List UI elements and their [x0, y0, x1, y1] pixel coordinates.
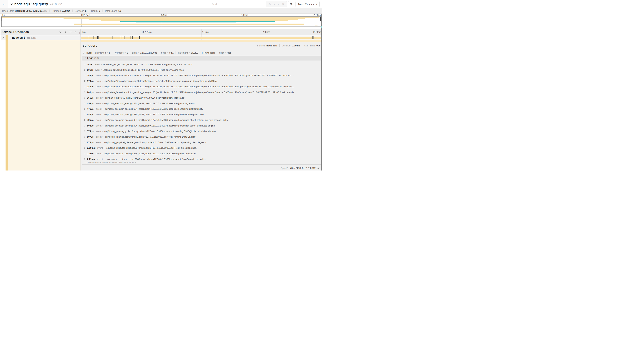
log-entry[interactable]: 366μs:event=‹sql/plan_opt.go:358 [nsql1,… — [84, 95, 320, 101]
span-row-name-column[interactable]: node sql1 sql query — [0, 35, 81, 40]
ruler-tick-4: 2.79ms — [313, 31, 321, 33]
minimap-span — [64, 18, 305, 19]
viewport-right-handle[interactable] — [320, 17, 320, 21]
log-entry[interactable]: 2.79ms:event=‹sql/conn_executor_exec.go:… — [84, 156, 320, 160]
view-selector-button[interactable]: Trace Timeline ∨ — [296, 1, 320, 7]
clear-search-icon[interactable]: ✕ — [282, 3, 284, 5]
ruler-gridline — [262, 29, 262, 35]
log-chevron-right-icon — [84, 91, 86, 93]
detail-title-row: sql query Service:node sql1 Duration:2.7… — [83, 43, 320, 48]
log-chevron-right-icon — [84, 153, 86, 155]
span-detail-panel: sql query Service:node sql1 Duration:2.7… — [81, 40, 322, 171]
summary-services: Services2 — [72, 10, 86, 12]
log-entry[interactable]: 678μs:event=‹sql/distsql_physical_planne… — [84, 140, 320, 145]
log-entry[interactable]: 459μs:event=‹sql/conn_executor_exec.go:6… — [84, 101, 320, 106]
log-entry[interactable]: 597μs:event=‹sql/distsql_running.go:498 … — [84, 134, 320, 140]
timeline-columns-header: Service & Operation || 0μs 697.75μs 1.4m… — [0, 29, 322, 35]
minimap-span — [315, 25, 318, 26]
tags-accordion[interactable]: Tags: _unfinished=1_verbose=1client=127.… — [83, 51, 320, 55]
log-entry[interactable]: 142μs:event=‹sql/catalog/lease/descripto… — [84, 73, 320, 78]
tag-item[interactable]: statement=SELECT * FROM users — [176, 52, 215, 54]
summary-total-spans: Total Spans10 — [102, 10, 121, 12]
log-entry[interactable]: 476μs:event=‹sql/conn_executor_exec.go:6… — [84, 106, 320, 112]
view-selector-label: Trace Timeline — [298, 3, 315, 6]
log-chevron-right-icon — [84, 86, 86, 88]
span-color-stripe — [6, 40, 8, 171]
log-entry[interactable]: 80μs:event=‹sql/plan_opt.go:358 [nsql1,c… — [84, 67, 320, 73]
log-entry[interactable]: 486μs:event=‹sql/conn_executor_exec.go:6… — [84, 112, 320, 117]
log-chevron-right-icon — [84, 69, 86, 71]
trace-name: node sql1: sql query — [14, 2, 48, 6]
deep-link-icon[interactable] — [317, 167, 320, 169]
tag-item[interactable]: _unfinished=1 — [94, 52, 110, 54]
log-tick — [130, 36, 131, 39]
expand-all-icon[interactable] — [74, 31, 77, 33]
minimap-span — [101, 20, 288, 21]
collapse-one-icon[interactable] — [59, 31, 62, 33]
log-tick — [123, 36, 123, 39]
command-icon: ⌘ — [290, 2, 293, 6]
tag-item[interactable]: client=127.0.0.1:59936 — [130, 52, 157, 54]
service-operation-header: Service & Operation — [0, 29, 81, 35]
log-tick — [96, 36, 96, 39]
logs-accordion: Logs (18) 34μs:event=‹sql/exec_util.go:2… — [82, 56, 321, 165]
span-id-value: 4877749850101760812 — [290, 167, 316, 169]
column-resizer-handle[interactable]: || — [78, 32, 80, 34]
next-result-icon[interactable]: ∨ — [278, 3, 280, 5]
log-entry[interactable]: 2.69ms:event=‹sql/conn_executor_exec.go:… — [84, 145, 320, 151]
summary-duration: Duration2.79ms — [49, 10, 70, 12]
logs-header[interactable]: Logs (18) — [82, 56, 320, 61]
ruler-tick-2: 1.4ms — [202, 31, 208, 33]
viewport-left-handle[interactable] — [2, 17, 2, 21]
log-tick — [124, 36, 124, 39]
minimap-span — [2, 17, 320, 18]
span-operation-name[interactable]: sql query — [27, 37, 36, 39]
ruler-tick-1: 697.75μs — [142, 31, 152, 33]
logs-list: 34μs:event=‹sql/exec_util.go:2297 [nsql1… — [82, 61, 320, 160]
log-chevron-right-icon — [84, 119, 86, 121]
locate-icon[interactable]: ◎ — [268, 3, 270, 5]
log-chevron-right-icon — [84, 102, 86, 104]
keyboard-shortcuts-button[interactable]: ⌘ — [288, 1, 294, 7]
timeline-ruler: 0μs 697.75μs 1.4ms 2.09ms 2.79ms — [81, 29, 322, 35]
log-entry[interactable]: 189μs:event=‹sql/catalog/lease/descripto… — [84, 84, 320, 89]
tag-item[interactable]: node=sql1 — [159, 52, 174, 54]
tag-item[interactable]: user=root — [217, 52, 231, 54]
span-row: node sql1 sql query — [0, 35, 322, 40]
span-color-stripe — [6, 35, 8, 40]
log-entry[interactable]: 2.7ms:event=‹sql/conn_executor_exec.go:6… — [84, 151, 320, 156]
row-chevron-down-icon[interactable] — [2, 37, 4, 39]
left-edge-scrollbar[interactable] — [0, 17, 0, 171]
expand-one-icon[interactable] — [64, 31, 67, 33]
back-arrow-icon: ← — [2, 2, 6, 6]
tag-item[interactable]: _verbose=1 — [112, 52, 128, 54]
log-chevron-right-icon — [84, 80, 86, 82]
ruler-tick-3: 2.09ms — [262, 31, 270, 33]
right-edge-scrollbar[interactable] — [322, 14, 322, 171]
log-chevron-right-icon — [84, 97, 86, 99]
log-tick — [312, 36, 313, 39]
span-detail-area: sql query Service:node sql1 Duration:2.7… — [0, 40, 322, 171]
back-button[interactable]: ← — [0, 0, 8, 8]
timeline-minimap[interactable] — [2, 17, 321, 27]
log-entry[interactable]: 574μs:event=‹sql/distsql_running.go:1420… — [84, 128, 320, 134]
prev-result-icon[interactable]: ∧ — [273, 3, 275, 5]
logs-chevron-down-icon — [84, 57, 86, 59]
log-entry[interactable]: 34μs:event=‹sql/exec_util.go:2297 [nsql1… — [84, 62, 320, 67]
collapse-all-icon[interactable] — [69, 31, 72, 33]
log-entry[interactable]: 495μs:event=‹sql/conn_executor_exec.go:6… — [84, 117, 320, 123]
log-tick — [97, 36, 98, 39]
log-chevron-right-icon — [84, 75, 86, 76]
span-duration-bar[interactable] — [81, 37, 321, 39]
chevron-down-icon: ∨ — [316, 3, 317, 5]
logs-count: (18) — [94, 57, 99, 60]
log-entry[interactable]: 201μs:event=‹sql/catalog/lease/descripto… — [84, 89, 320, 95]
log-tick — [122, 36, 122, 39]
log-entry[interactable]: 502μs:event=‹sql/conn_executor_exec.go:6… — [84, 123, 320, 128]
title-chevron-down-icon[interactable] — [10, 3, 13, 6]
find-input[interactable] — [210, 2, 266, 7]
minimap-tick-4: 2.79ms — [314, 14, 320, 16]
log-entry[interactable]: 176μs:event=‹sql/catalog/descs/descripto… — [84, 78, 320, 84]
span-service-name[interactable]: node sql1 — [12, 36, 25, 39]
minimap-tick-3: 2.09ms — [241, 14, 248, 16]
